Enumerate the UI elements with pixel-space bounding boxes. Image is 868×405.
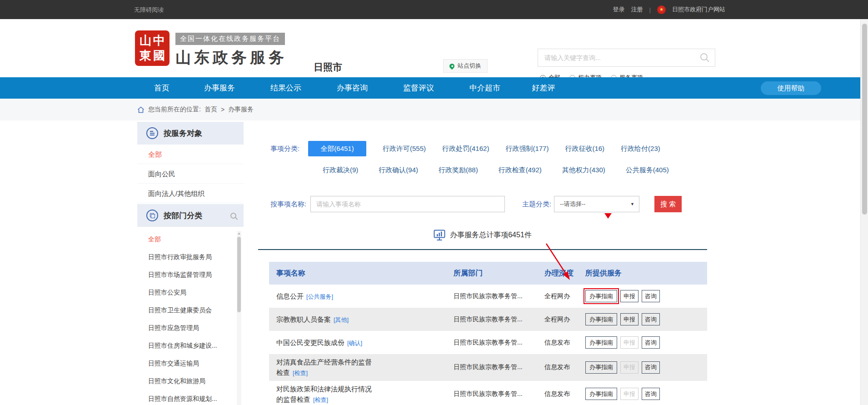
apply-button[interactable]: 申报 — [620, 313, 639, 325]
item-name-text: 信息公开 — [276, 292, 304, 300]
category-tab-4[interactable]: 行政强制(177) — [505, 145, 549, 153]
cell-item-name: 信息公开[公共服务] — [269, 291, 454, 301]
home-icon — [137, 106, 145, 113]
page-scrollbar-thumb[interactable] — [862, 24, 867, 215]
nav-item-6[interactable]: 中介超市 — [452, 77, 518, 99]
apply-button[interactable]: 申报 — [620, 290, 639, 302]
category-tab-7[interactable]: 行政裁决(9) — [323, 166, 358, 175]
category-tab-5[interactable]: 行政征收(16) — [565, 145, 604, 153]
category-tab-12[interactable]: 公共服务(405) — [626, 166, 669, 175]
accessibility-link[interactable]: 无障碍阅读 — [134, 6, 164, 14]
category-tab-1[interactable]: 全部(6451) — [308, 141, 366, 156]
breadcrumb-current[interactable]: 办事服务 — [228, 105, 254, 114]
category-tab-3[interactable]: 行政处罚(4162) — [442, 145, 489, 153]
cell-department: 日照市民族宗教事务管... — [454, 390, 544, 398]
guide-button[interactable]: 办事指南 — [585, 290, 617, 302]
help-button[interactable]: 使用帮助 — [761, 81, 821, 95]
department-title: 按部门分类 — [164, 210, 202, 221]
main-panel: 事项分类: 全部(6451)行政许可(555)行政处罚(4162)行政强制(17… — [258, 120, 707, 405]
department-search-icon[interactable] — [230, 213, 236, 219]
topic-label: 主题分类: — [522, 200, 554, 209]
consult-button[interactable]: 咨询 — [642, 290, 660, 302]
nav-item-4[interactable]: 办事咨询 — [319, 77, 385, 99]
item-tag-link[interactable]: [检查] — [313, 396, 328, 403]
keyword-search-input[interactable] — [538, 49, 693, 66]
item-name-wrap: 对清真食品生产经营条件的监督检查[检查] — [276, 357, 377, 378]
service-target-item-2[interactable]: 面向公民 — [137, 164, 244, 184]
topic-select-value: --请选择-- — [560, 200, 585, 208]
scrollbar-up-icon[interactable]: ▲ — [237, 231, 241, 236]
search-button[interactable]: 搜 索 — [654, 196, 682, 212]
item-name-wrap: 宗教教职人员备案[其他] — [276, 314, 377, 325]
guide-button[interactable]: 办事指南 — [585, 336, 617, 349]
item-name-input[interactable] — [310, 196, 505, 212]
cell-depth: 信息发布 — [544, 390, 583, 398]
cell-depth: 信息发布 — [544, 339, 583, 347]
portal-link[interactable]: 日照市政府门户网站 — [672, 5, 725, 14]
nav-item-2[interactable]: 办事服务 — [186, 77, 253, 99]
page-scrollbar[interactable] — [860, 19, 868, 405]
consult-button[interactable]: 咨询 — [642, 313, 660, 325]
item-tag-link[interactable]: [确认] — [347, 340, 362, 346]
stats-row: 办事服务总计事项6451件 — [258, 230, 707, 241]
item-name-wrap: 中国公民变更民族成份[确认] — [276, 337, 377, 348]
category-tab-9[interactable]: 行政奖励(88) — [439, 166, 478, 175]
department-item-4[interactable]: 日照市公安局 — [137, 284, 244, 301]
department-item-8[interactable]: 日照市交通运输局 — [137, 355, 244, 372]
item-name-text: 中国公民变更民族成份 — [276, 339, 344, 346]
item-name-text: 对清真食品生产经营条件的监督检查 — [276, 358, 372, 376]
guide-button[interactable]: 办事指南 — [585, 388, 617, 400]
cell-services: 办事指南申报咨询 — [583, 336, 707, 349]
category-tab-6[interactable]: 行政给付(23) — [621, 145, 660, 153]
consult-button[interactable]: 咨询 — [642, 361, 660, 374]
sidebar-scrollbar[interactable]: ▲ — [237, 231, 241, 405]
table-row-4: 对清真食品生产经营条件的监督检查[检查]日照市民族宗教事务管...信息发布办事指… — [269, 354, 707, 381]
department-item-10[interactable]: 日照市自然资源和规划... — [137, 390, 244, 404]
department-item-9[interactable]: 日照市文化和旅游局 — [137, 372, 244, 390]
item-tag-link[interactable]: [检查] — [293, 370, 308, 376]
cell-depth: 信息发布 — [544, 363, 583, 371]
seal-char: 國 — [152, 48, 166, 63]
shandong-seal-logo: 山東中國 — [135, 30, 170, 66]
breadcrumb-home[interactable]: 首页 — [205, 105, 217, 114]
apply-button[interactable]: 申报 — [620, 336, 639, 349]
department-item-7[interactable]: 日照市住房和城乡建设... — [137, 337, 244, 355]
nav-item-5[interactable]: 监督评议 — [385, 77, 452, 99]
category-tab-10[interactable]: 行政检查(492) — [499, 166, 542, 175]
nav-item-7[interactable]: 好差评 — [518, 77, 569, 99]
category-tab-11[interactable]: 其他权力(430) — [562, 166, 605, 175]
department-item-5[interactable]: 日照市卫生健康委员会 — [137, 301, 244, 319]
apply-button[interactable]: 申报 — [620, 361, 639, 374]
item-tag-link[interactable]: [公共服务] — [306, 293, 333, 300]
guide-button[interactable]: 办事指南 — [585, 361, 617, 374]
consult-button[interactable]: 咨询 — [642, 336, 660, 349]
topbar: 无障碍阅读 登录 注册 | ★ 日照市政府门户网站 — [0, 0, 868, 19]
cell-services: 办事指南申报咨询 — [583, 361, 707, 374]
department-item-2[interactable]: 日照市行政审批服务局 — [137, 248, 244, 266]
consult-button[interactable]: 咨询 — [642, 388, 660, 400]
department-item-1[interactable]: 全部 — [137, 230, 244, 248]
department-item-6[interactable]: 日照市应急管理局 — [137, 319, 244, 337]
register-link[interactable]: 注册 — [631, 5, 643, 14]
search-icon[interactable] — [700, 53, 708, 60]
service-target-item-1[interactable]: 全部 — [137, 145, 244, 164]
item-tag-link[interactable]: [其他] — [334, 316, 349, 323]
topic-select[interactable]: --请选择-- ▼ — [554, 196, 639, 212]
department-item-3[interactable]: 日照市市场监督管理局 — [137, 266, 244, 284]
service-target-item-3[interactable]: 面向法人/其他组织 — [137, 184, 244, 203]
items-table: 事项名称 所属部门 办理深度 所提供服务 信息公开[公共服务]日照市民族宗教事务… — [269, 262, 707, 405]
nav-item-1[interactable]: 首页 — [137, 77, 186, 99]
guide-button[interactable]: 办事指南 — [585, 313, 617, 325]
sidebar-scrollbar-thumb[interactable] — [237, 237, 241, 312]
table-header: 事项名称 所属部门 办理深度 所提供服务 — [269, 262, 707, 285]
category-tab-8[interactable]: 行政确认(94) — [379, 166, 418, 175]
login-link[interactable]: 登录 — [613, 5, 625, 14]
nav-item-3[interactable]: 结果公示 — [253, 77, 319, 99]
apply-button[interactable]: 申报 — [620, 388, 639, 400]
site-switch-button[interactable]: 站点切换 — [443, 59, 488, 73]
category-tab-2[interactable]: 行政许可(555) — [383, 145, 426, 153]
topbar-separator: | — [649, 6, 651, 13]
category-row-2: 行政裁决(9)行政确认(94)行政奖励(88)行政检查(492)其他权力(430… — [258, 164, 707, 176]
sidebar-header-service-target: 按服务对象 — [137, 122, 244, 145]
cell-department: 日照市民族宗教事务管... — [454, 292, 544, 300]
